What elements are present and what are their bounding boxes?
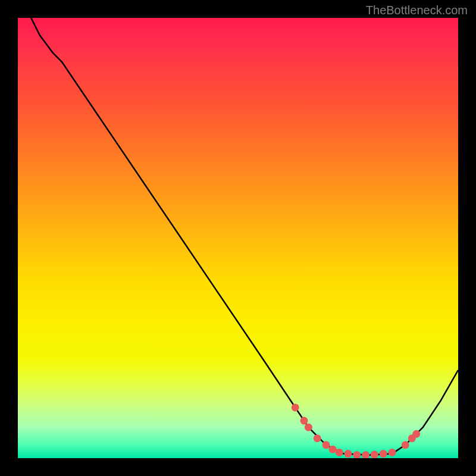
chart-area (18, 18, 458, 458)
data-point (412, 430, 420, 438)
data-point (371, 451, 378, 458)
data-point (292, 403, 299, 411)
data-point (402, 441, 409, 449)
data-point (345, 450, 352, 458)
bottleneck-curve (31, 18, 458, 455)
data-point (389, 449, 396, 456)
data-point (380, 450, 387, 458)
data-point (314, 434, 321, 442)
data-point (322, 441, 330, 449)
data-point (362, 451, 369, 458)
data-point (353, 451, 361, 458)
data-point (329, 446, 337, 453)
data-point (300, 417, 308, 425)
chart-svg (18, 18, 458, 458)
data-point (336, 449, 343, 456)
data-point (305, 424, 312, 431)
watermark-text: TheBottleneck.com (366, 4, 468, 17)
